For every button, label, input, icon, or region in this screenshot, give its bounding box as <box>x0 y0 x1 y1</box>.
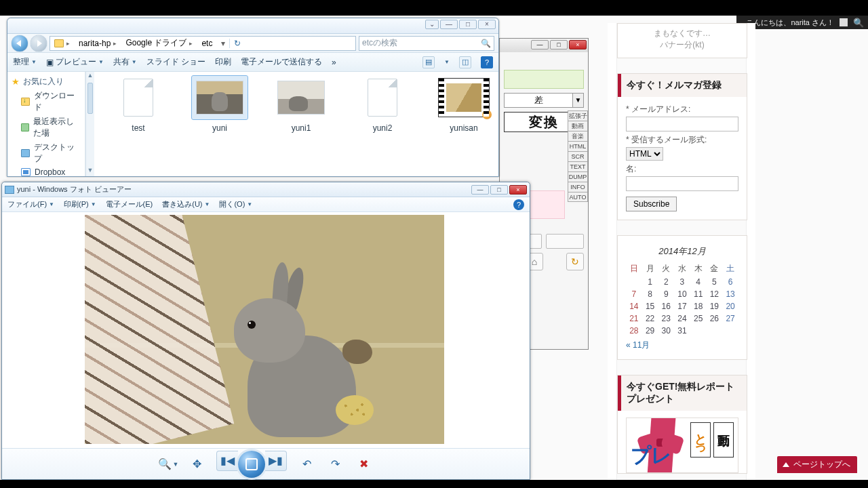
converter-tab-動画[interactable]: 動画 <box>568 121 588 131</box>
avatar[interactable] <box>840 18 848 26</box>
cal-day[interactable]: 3 <box>674 276 690 288</box>
converter-select-dd[interactable]: ▼ <box>573 93 584 108</box>
cal-day[interactable]: 24 <box>674 312 690 325</box>
cal-day[interactable]: 7 <box>626 288 642 300</box>
page-top-button[interactable]: ページトップへ <box>777 456 857 473</box>
explorer-min-button[interactable]: — <box>440 20 458 29</box>
pv-fit-button[interactable]: ✥ <box>188 455 205 473</box>
pv-menu-email[interactable]: 電子メール(E) <box>106 199 153 209</box>
preview-pane-button[interactable]: ◫ <box>459 56 471 68</box>
pv-zoom-button[interactable]: 🔍▼ <box>159 455 177 473</box>
explorer-titlebar[interactable]: ⌄ — □ × <box>7 18 498 34</box>
navpane-dropbox[interactable]: Dropbox <box>9 166 83 176</box>
cal-day[interactable]: 21 <box>626 312 642 325</box>
pv-play-button[interactable] <box>238 451 265 478</box>
file-pane[interactable]: testyuniyuni1yuni2yunisan <box>94 72 498 176</box>
converter-close-button[interactable]: × <box>569 40 587 49</box>
refresh-button[interactable]: ↻ <box>229 39 244 48</box>
cal-day[interactable]: 18 <box>690 300 707 312</box>
toolbar-share[interactable]: 共有 ▼ <box>113 56 137 68</box>
cal-day[interactable]: 20 <box>722 300 738 312</box>
cal-day[interactable]: 6 <box>722 276 738 288</box>
mailmag-email-input[interactable] <box>626 117 738 131</box>
explorer-close-button[interactable]: × <box>478 20 496 29</box>
pv-titlebar[interactable]: yuni - Windows フォト ビューアー — □ × <box>2 182 530 197</box>
help-button[interactable]: ? <box>481 56 493 68</box>
pv-menu-file[interactable]: ファイル(F)▼ <box>7 199 54 209</box>
file-yuni2[interactable]: yuni2 <box>352 76 413 133</box>
pv-menu-print[interactable]: 印刷(P)▼ <box>64 199 96 209</box>
cal-day[interactable]: 16 <box>658 300 674 312</box>
cal-day[interactable]: 26 <box>707 312 723 325</box>
cal-day[interactable]: 11 <box>690 288 707 300</box>
explorer-extra-button[interactable]: ⌄ <box>425 20 439 29</box>
cal-day[interactable]: 15 <box>642 300 658 312</box>
file-test[interactable]: test <box>108 76 169 133</box>
converter-dropzone[interactable] <box>504 70 584 89</box>
cal-day[interactable]: 17 <box>674 300 690 312</box>
navpane-scrollbar[interactable]: ▲▼ <box>85 72 94 176</box>
pv-help-button[interactable]: ? <box>513 199 524 210</box>
pv-prev-button[interactable]: ▮◀ <box>216 451 238 471</box>
converter-tab-auto[interactable]: AUTO <box>568 192 588 202</box>
breadcrumb-1[interactable]: Google ドライブ <box>125 37 186 49</box>
cal-day[interactable]: 12 <box>707 288 723 300</box>
cal-day[interactable]: 2 <box>658 276 674 288</box>
converter-tab-html[interactable]: HTML <box>568 141 588 151</box>
cal-day[interactable]: 8 <box>642 288 658 300</box>
navpane-desktop[interactable]: デスクトップ <box>9 140 83 166</box>
cal-day[interactable]: 1 <box>642 276 658 288</box>
cal-day[interactable]: 29 <box>642 325 658 337</box>
address-dd[interactable]: ▾ <box>217 39 229 48</box>
forward-button[interactable] <box>31 35 47 52</box>
pv-min-button[interactable]: — <box>471 185 489 195</box>
file-yuni[interactable]: yuni <box>189 76 250 133</box>
cal-day[interactable]: 9 <box>658 288 674 300</box>
pv-max-button[interactable]: □ <box>490 185 508 195</box>
mailmag-name-input[interactable] <box>626 176 738 191</box>
navpane-favorites[interactable]: ★お気に入り <box>9 75 83 89</box>
calendar-prev-link[interactable]: « 11月 <box>626 337 738 351</box>
pv-rotate-cw-button[interactable]: ↷ <box>326 455 344 473</box>
pv-menu-burn[interactable]: 書き込み(U)▼ <box>162 199 210 209</box>
toolbar-preview[interactable]: ▣ プレビュー ▼ <box>46 56 104 68</box>
back-button[interactable] <box>12 35 28 52</box>
cal-day[interactable]: 22 <box>642 312 658 325</box>
cal-day[interactable]: 28 <box>626 325 642 337</box>
converter-max-button[interactable]: □ <box>550 40 568 49</box>
mailmag-format-select[interactable]: HTML <box>626 147 663 161</box>
view-button[interactable]: ▤ <box>422 56 435 68</box>
pv-menu-open[interactable]: 開く(O)▼ <box>219 199 252 209</box>
subscribe-button[interactable]: Subscribe <box>626 197 677 211</box>
cal-day[interactable]: 23 <box>658 312 674 325</box>
cal-day[interactable]: 13 <box>722 288 738 300</box>
pv-rotate-ccw-button[interactable]: ↶ <box>298 455 315 473</box>
file-yuni1[interactable]: yuni1 <box>271 76 332 133</box>
converter-tab-info[interactable]: INFO <box>568 182 588 192</box>
converter-min-button[interactable]: — <box>531 40 549 49</box>
cal-day[interactable]: 4 <box>690 276 707 288</box>
cal-day[interactable]: 30 <box>658 325 674 337</box>
breadcrumb-0[interactable]: narita-hp <box>79 39 111 48</box>
converter-tab-scr[interactable]: SCR <box>568 151 588 161</box>
toolbar-email[interactable]: 電子メールで送信する <box>241 56 322 68</box>
converter-select[interactable]: 差 <box>504 93 573 108</box>
navpane-recent[interactable]: 最近表示した場 <box>9 115 83 140</box>
pv-next-button[interactable]: ▶▮ <box>265 451 287 471</box>
toolbar-organize[interactable]: 整理 ▼ <box>13 56 37 68</box>
converter-tab-text[interactable]: TEXT <box>568 161 588 171</box>
address-bar[interactable]: ▸ narita-hp▸ Google ドライブ▸ etc ▾ ↻ <box>50 36 356 51</box>
cal-day[interactable]: 5 <box>707 276 723 288</box>
pv-delete-button[interactable]: ✖ <box>355 455 372 473</box>
converter-tab-拡張子[interactable]: 拡張子 <box>568 110 588 121</box>
converter-tab-dump[interactable]: DUMP <box>568 171 588 182</box>
pv-close-button[interactable]: × <box>509 185 527 195</box>
breadcrumb-2[interactable]: etc <box>201 39 212 48</box>
view-dd[interactable]: ▼ <box>444 59 450 65</box>
cal-day[interactable]: 10 <box>674 288 690 300</box>
report-banner[interactable]: とっ 動画 プレ <box>626 418 738 473</box>
converter-tool-3[interactable]: ↻ <box>566 253 584 270</box>
cal-day[interactable]: 27 <box>722 312 738 325</box>
cal-day[interactable]: 19 <box>707 300 723 312</box>
file-yunisan[interactable]: yunisan <box>433 76 494 133</box>
